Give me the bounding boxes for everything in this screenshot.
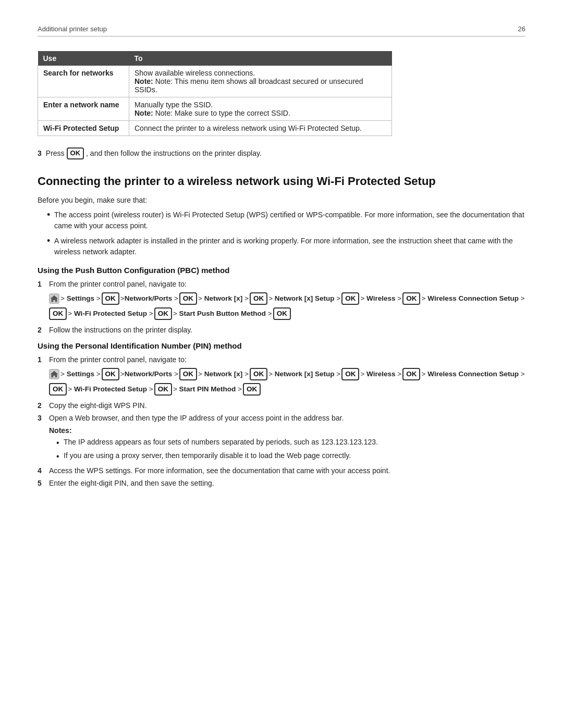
table-row: Wi-Fi Protected Setup Connect the printe… — [38, 121, 392, 136]
nav2-networkx: > Network [x] > — [198, 367, 249, 381]
step3-line: 3 Press OK , and then follow the instruc… — [38, 147, 525, 159]
notes-heading: Notes: — [49, 426, 525, 435]
nav1-networkxsetup: > Network [x] Setup > — [268, 291, 340, 305]
table-row: Search for networks Show available wirel… — [38, 66, 392, 97]
pin-step5: 5 Enter the eight-digit PIN, and then sa… — [38, 479, 525, 487]
pbc-step1-text: From the printer control panel, navigate… — [49, 280, 187, 288]
nav1-wcs: Wireless Connection Setup > — [427, 291, 524, 305]
nav2-settings: > Settings > — [60, 367, 101, 381]
nav2-networkports: >Network/Ports > — [120, 367, 178, 381]
nav1-settings: > Settings > — [60, 291, 101, 305]
pin-step4: 4 Access the WPS settings. For more info… — [38, 466, 525, 475]
to-cell-2: Manually type the SSID. Note: Note: Make… — [129, 97, 392, 121]
ok-btn-1: OK — [102, 292, 119, 305]
ok-btn-4: OK — [341, 292, 359, 305]
note-bullet-item: If you are using a proxy server, then te… — [56, 450, 525, 461]
to-line-1-0: Show available wireless connections. — [134, 69, 255, 77]
header-left: Additional printer setup — [38, 25, 107, 33]
page-header: Additional printer setup 26 — [38, 25, 525, 36]
col1-header: Use — [38, 51, 129, 66]
ok-btn-p2: OK — [179, 368, 197, 380]
notes-block: Notes: The IP address appears as four se… — [49, 426, 525, 461]
ok-btn-p5: OK — [402, 368, 420, 380]
use-cell-1: Search for networks — [38, 66, 129, 97]
ok-btn-8: OK — [273, 307, 291, 320]
nav2-gt: > — [421, 367, 425, 381]
pbc-section-title: Using the Push Button Configuration (PBC… — [38, 266, 525, 275]
pin-nav-path: > Settings > OK >Network/Ports > OK > Ne… — [49, 367, 525, 396]
ok-btn-5: OK — [402, 292, 420, 305]
ok-btn-p7: OK — [154, 383, 172, 396]
pbc-step2-text: Follow the instructions on the printer d… — [49, 326, 192, 334]
pin-step2: 2 Copy the eight-digit WPS PIN. — [38, 401, 525, 410]
pin-step3-text: Open a Web browser, and then type the IP… — [49, 414, 344, 422]
to-line-2-1: Note: Note: Make sure to type the correc… — [134, 109, 290, 117]
to-line-1-1: Note: Note: This menu item shows all bro… — [134, 77, 363, 94]
ok-btn-3: OK — [250, 292, 267, 305]
nav1-startpush: > Start Push Button Method > — [173, 306, 272, 320]
to-line-2-0: Manually type the SSID. — [134, 101, 213, 109]
nav1-gt: > — [421, 291, 425, 305]
ok-btn-7: OK — [154, 307, 172, 320]
bullet-list: The access point (wireless router) is Wi… — [47, 209, 525, 257]
ok-btn-p8: OK — [243, 383, 261, 396]
note-bullets-list: The IP address appears as four sets of n… — [56, 437, 525, 461]
home-icon-2 — [49, 369, 59, 379]
pbc-nav-path: > Settings > OK >Network/Ports > OK > Ne… — [49, 291, 525, 320]
use-cell-3: Wi-Fi Protected Setup — [38, 121, 129, 136]
step3-press-text: , and then follow the instructions on th… — [86, 149, 262, 157]
pbc-step1: 1 From the printer control panel, naviga… — [38, 280, 525, 320]
nav1-wireless: > Wireless > — [360, 291, 401, 305]
bullet-item: The access point (wireless router) is Wi… — [47, 209, 525, 231]
table-row: Enter a network name Manually type the S… — [38, 97, 392, 121]
ok-btn-p6: OK — [49, 383, 67, 396]
pin-step1: 1 From the printer control panel, naviga… — [38, 355, 525, 396]
bullet-item: A wireless network adapter is installed … — [47, 236, 525, 257]
ok-btn-p1: OK — [102, 368, 119, 380]
nav2-wfips: > Wi-Fi Protected Setup > — [68, 382, 153, 396]
ok-btn-p3: OK — [250, 368, 267, 380]
page: Additional printer setup 26 Use To Searc… — [0, 0, 563, 523]
page-number: 26 — [518, 25, 525, 33]
before-text: Before you begin, make sure that: — [38, 196, 525, 204]
pin-step1-text: From the printer control panel, navigate… — [49, 355, 187, 364]
pin-step3: 3 Open a Web browser, and then type the … — [38, 414, 525, 461]
nav1-wfips: > Wi-Fi Protected Setup > — [68, 306, 153, 320]
home-icon — [49, 293, 59, 304]
pin-step5-text: Enter the eight-digit PIN, and then save… — [49, 479, 214, 487]
to-cell-1: Show available wireless connections. Not… — [129, 66, 392, 97]
nav2-wireless: > Wireless > — [360, 367, 401, 381]
note-bullet-item: The IP address appears as four sets of n… — [56, 437, 525, 448]
nav2-networkxsetup: > Network [x] Setup > — [268, 367, 340, 381]
col2-header: To — [129, 51, 392, 66]
nav1-networkports: >Network/Ports > — [120, 291, 178, 305]
ok-btn-6: OK — [49, 307, 67, 320]
pbc-step2: 2 Follow the instructions on the printer… — [38, 326, 525, 334]
ok-btn-2: OK — [179, 292, 197, 305]
nav2-startpin: > Start PIN Method > — [173, 382, 242, 396]
ok-btn-p4: OK — [341, 368, 359, 380]
use-cell-2: Enter a network name — [38, 97, 129, 121]
pin-section-title: Using the Personal Identification Number… — [38, 341, 525, 350]
pin-step4-text: Access the WPS settings. For more inform… — [49, 466, 390, 475]
nav2-wcs: Wireless Connection Setup > — [427, 367, 524, 381]
info-table: Use To Search for networks Show availabl… — [38, 51, 392, 136]
nav1-networkx: > Network [x] > — [198, 291, 249, 305]
section-title: Connecting the printer to a wireless net… — [38, 174, 525, 189]
pin-step2-text: Copy the eight-digit WPS PIN. — [49, 401, 147, 410]
ok-button-inline: OK — [67, 147, 84, 159]
to-cell-3: Connect the printer to a wireless networ… — [129, 121, 392, 136]
